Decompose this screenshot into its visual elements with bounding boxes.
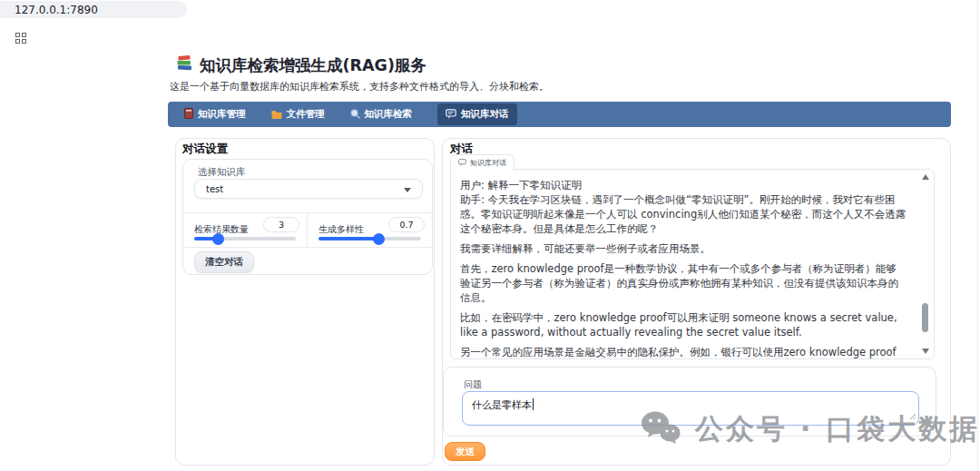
tab-kb-search[interactable]: 知识库检索 [350,108,413,121]
chat-subtab[interactable]: 知识库对话 [450,154,514,171]
window-edge-divider [977,0,978,471]
send-button[interactable]: 发送 [445,442,485,461]
slider-thumb[interactable] [212,233,224,245]
settings-heading: 对话设置 [182,142,228,157]
chat-subtab-label: 知识库对话 [470,158,506,168]
page-subtitle: 这是一个基于向量数据库的知识库检索系统，支持多种文件格式的导入、分块和检索。 [170,80,549,93]
kb-selected-value: test [206,184,223,194]
tab-label: 文件管理 [287,108,325,121]
main-tabbar: 知识库管理 文件管理 知识库检索 知识库对话 [168,102,951,127]
sliders-row: 检索结果数量 3 生成多样性 0.7 [183,212,432,248]
page-title: 知识库检索增强生成(RAG)服务 [200,54,426,76]
result-count-slider[interactable] [194,237,296,240]
chat-paragraph: 首先，zero knowledge proof是一种数学协议，其中有一个或多个参… [460,261,906,305]
chat-scrollbar[interactable] [919,171,933,358]
slider-fill [318,237,378,240]
chat-paragraph: 用户: 解释一下零知识证明 [460,178,906,192]
books-icon [175,54,194,76]
url-text: 127.0.0.1:7890 [15,4,98,16]
tab-kb-manage[interactable]: 知识库管理 [184,108,246,121]
question-text: 什么是零样本 [472,399,532,411]
chevron-down-icon [404,188,411,192]
chat-paragraph: 助手: 今天我在学习区块链，遇到了一个概念叫做“零知识证明”。刚开始的时候，我对… [460,192,906,236]
search-icon [350,109,360,121]
diversity-value[interactable]: 0.7 [388,217,425,232]
folder-icon [271,109,282,121]
chat-paragraph: 比如，在密码学中，zero knowledge proof可以用来证明 some… [460,310,906,339]
chat-history[interactable]: 用户: 解释一下零知识证明助手: 今天我在学习区块链，遇到了一个概念叫做“零知识… [450,169,935,359]
scroll-up-icon[interactable] [922,174,929,180]
apps-grid-icon[interactable] [15,33,27,44]
settings-box: 选择知识库 test 检索结果数量 3 生成多样性 0.7 [182,159,433,275]
text-cursor [533,398,534,410]
chat-paragraph: 我需要详细解释，可能还要举一些例子或者应用场景。 [460,241,906,256]
chat-icon [446,109,456,121]
speech-bubble-icon [458,159,466,168]
diversity-group: 生成多样性 0.7 [308,213,432,247]
tab-kb-chat[interactable]: 知识库对话 [437,103,517,125]
resize-grip-icon[interactable] [908,411,916,423]
app-window: 127.0.0.1:7890 知识库检索增强生成(RAG)服务 这是一个基于向量… [0,0,980,471]
slider-thumb[interactable] [373,233,385,245]
tab-label: 知识库检索 [365,108,413,121]
tab-file-manage[interactable]: 文件管理 [271,108,325,121]
question-card: 问题 什么是零样本 [443,367,936,437]
scroll-down-icon[interactable] [922,348,929,354]
page-header: 知识库检索增强生成(RAG)服务 [175,54,426,76]
scrollbar-thumb[interactable] [922,303,928,332]
tab-label: 知识库对话 [461,108,509,121]
kb-select-dropdown[interactable]: test [194,179,423,199]
result-count-group: 检索结果数量 3 [183,213,308,247]
diversity-label: 生成多样性 [318,224,364,234]
kb-select-label: 选择知识库 [198,166,246,179]
clear-chat-button[interactable]: 清空对话 [194,251,254,273]
tab-label: 知识库管理 [198,108,246,121]
notebook-icon [184,108,193,121]
browser-toolbar: 127.0.0.1:7890 [0,0,980,20]
question-input[interactable]: 什么是零样本 [462,391,919,426]
result-count-value[interactable]: 3 [263,217,299,232]
result-count-label: 检索结果数量 [194,224,249,234]
address-bar[interactable]: 127.0.0.1:7890 [0,1,187,18]
question-label: 问题 [464,378,482,391]
chat-paragraph: 另一个常见的应用场景是金融交易中的隐私保护。例如，银行可以使用zero know… [460,345,906,359]
diversity-slider[interactable] [318,237,421,240]
chat-messages: 用户: 解释一下零知识证明助手: 今天我在学习区块链，遇到了一个概念叫做“零知识… [451,170,910,359]
